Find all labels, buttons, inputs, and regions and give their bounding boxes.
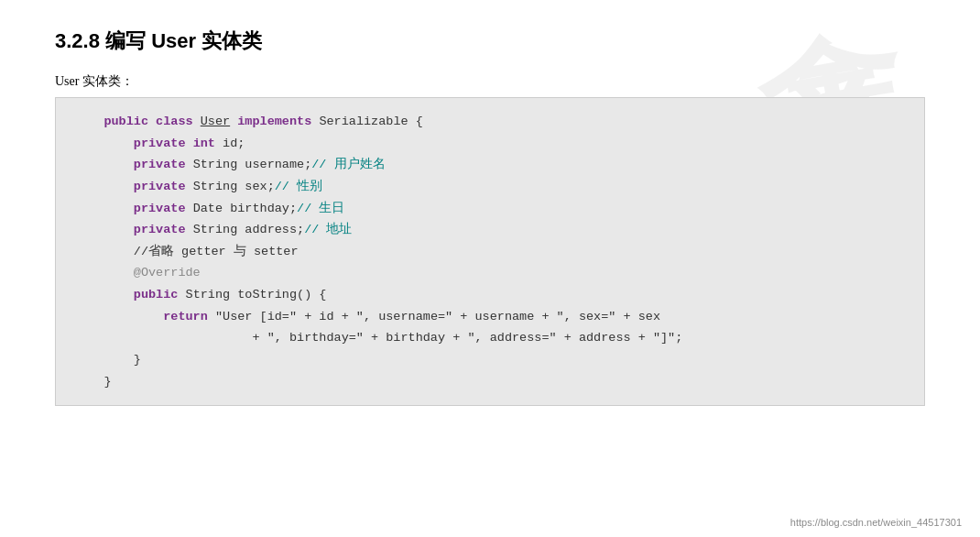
code-block: public class User implements Serializabl… (55, 97, 925, 406)
main-content: 3.2.8 编写 User 实体类 User 实体类： public class… (55, 27, 925, 406)
code-line-1: public class User implements Serializabl… (74, 111, 906, 133)
code-line-12: return "User [id=" + id + ", username=" … (74, 306, 906, 328)
code-line-8: private String address;// 地址 (74, 219, 906, 241)
footer-url: https://blog.csdn.net/weixin_44517301 (790, 517, 962, 528)
page-container: 鑫 3.2.8 编写 User 实体类 User 实体类： public cla… (0, 0, 980, 537)
code-line-6: private String sex;// 性别 (74, 176, 906, 198)
code-line-3: private int id; (74, 133, 906, 155)
code-line-10: @Override (74, 262, 906, 284)
code-line-9: //省略 getter 与 setter (74, 241, 906, 263)
code-line-7: private Date birthday;// 生日 (74, 198, 906, 220)
intro-text: User 实体类： (55, 73, 925, 90)
code-line-17: } (74, 371, 906, 393)
section-title: 3.2.8 编写 User 实体类 (55, 27, 925, 55)
code-line-15: } (74, 349, 906, 371)
code-line-13: + ", birthday=" + birthday + ", address=… (74, 327, 906, 349)
code-line-11: public String toString() { (74, 284, 906, 306)
code-line-5: private String username;// 用户姓名 (74, 154, 906, 176)
